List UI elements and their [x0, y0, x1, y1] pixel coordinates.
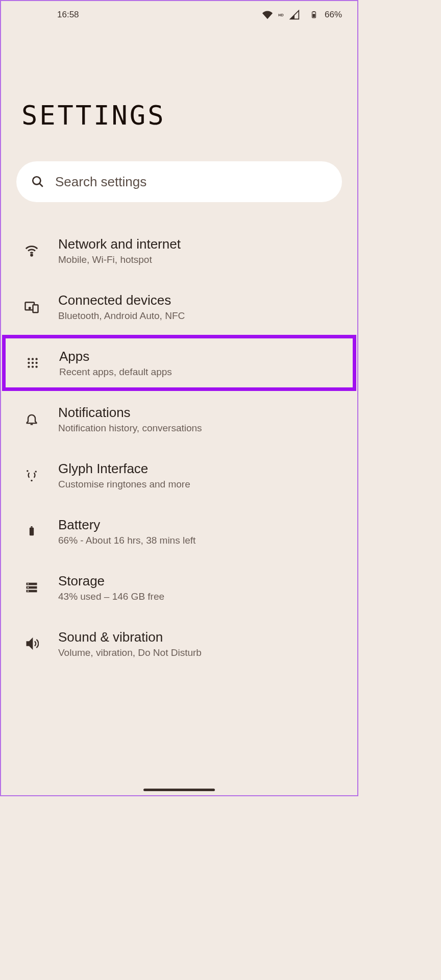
row-subtitle: Customise ringtones and more — [58, 479, 342, 490]
svg-point-19 — [35, 471, 37, 473]
status-icons: HD 66% — [259, 6, 342, 23]
svg-point-12 — [28, 362, 30, 364]
row-subtitle: Notification history, conversations — [58, 423, 342, 434]
row-title: Sound & vibration — [58, 629, 342, 645]
svg-point-10 — [32, 358, 34, 360]
settings-row-connected[interactable]: Connected devices Bluetooth, Android Aut… — [1, 279, 357, 335]
status-time: 16:58 — [16, 10, 79, 20]
cell-signal-icon — [286, 6, 303, 23]
svg-point-20 — [31, 480, 33, 482]
row-title: Glyph Interface — [58, 461, 342, 477]
battery-icon — [21, 523, 42, 540]
row-title: Storage — [58, 573, 342, 589]
battery-pct: 66% — [325, 10, 342, 20]
svg-rect-7 — [33, 305, 38, 312]
row-title: Apps — [59, 349, 341, 364]
svg-point-18 — [27, 470, 29, 472]
row-subtitle: Volume, vibration, Do Not Disturb — [58, 647, 342, 658]
settings-row-storage[interactable]: Storage 43% used – 146 GB free — [1, 559, 357, 616]
row-subtitle: Bluetooth, Android Auto, NFC — [58, 310, 342, 322]
wifi-icon — [21, 242, 42, 259]
row-title: Network and internet — [58, 236, 342, 252]
page-title: SETTINGS — [21, 100, 357, 131]
apps-icon — [22, 354, 43, 372]
svg-point-11 — [35, 358, 37, 360]
svg-point-17 — [35, 365, 37, 368]
svg-rect-1 — [313, 11, 315, 12]
row-subtitle: 66% - About 16 hrs, 38 mins left — [58, 535, 342, 546]
glyph-icon — [21, 467, 42, 484]
signal-hd-label: HD — [278, 13, 284, 17]
svg-point-26 — [28, 583, 29, 584]
svg-point-15 — [28, 365, 30, 368]
search-icon — [31, 175, 45, 189]
wifi-status-icon — [259, 6, 276, 23]
svg-point-8 — [29, 307, 31, 309]
svg-point-28 — [28, 591, 29, 592]
settings-row-network[interactable]: Network and internet Mobile, Wi-Fi, hots… — [1, 223, 357, 279]
settings-row-apps[interactable]: Apps Recent apps, default apps — [2, 335, 356, 391]
settings-list: Network and internet Mobile, Wi-Fi, hots… — [1, 223, 357, 672]
status-bar: 16:58 HD 66% — [1, 1, 357, 23]
nav-home-indicator[interactable] — [143, 789, 215, 791]
svg-point-14 — [35, 362, 37, 364]
sound-icon — [21, 635, 42, 652]
row-title: Notifications — [58, 405, 342, 421]
svg-point-16 — [32, 365, 34, 368]
devices-icon — [21, 298, 42, 315]
svg-line-4 — [39, 183, 43, 187]
settings-row-battery[interactable]: Battery 66% - About 16 hrs, 38 mins left — [1, 503, 357, 559]
row-subtitle: Mobile, Wi-Fi, hotspot — [58, 254, 342, 265]
svg-rect-2 — [313, 14, 315, 17]
row-title: Connected devices — [58, 292, 342, 308]
settings-row-sound[interactable]: Sound & vibration Volume, vibration, Do … — [1, 616, 357, 672]
svg-point-13 — [32, 362, 34, 364]
storage-icon — [21, 579, 42, 596]
settings-row-glyph[interactable]: Glyph Interface Customise ringtones and … — [1, 447, 357, 503]
svg-rect-21 — [30, 528, 34, 536]
row-title: Battery — [58, 517, 342, 533]
svg-rect-22 — [31, 526, 32, 528]
svg-point-9 — [28, 358, 30, 360]
search-input[interactable] — [55, 174, 328, 190]
row-subtitle: Recent apps, default apps — [59, 366, 341, 378]
settings-row-notifications[interactable]: Notifications Notification history, conv… — [1, 391, 357, 447]
battery-status-icon — [305, 6, 323, 23]
svg-point-27 — [28, 587, 29, 588]
svg-point-3 — [33, 177, 40, 184]
svg-point-5 — [31, 254, 33, 256]
row-subtitle: 43% used – 146 GB free — [58, 591, 342, 602]
bell-icon — [21, 410, 42, 428]
search-bar[interactable] — [16, 161, 342, 202]
